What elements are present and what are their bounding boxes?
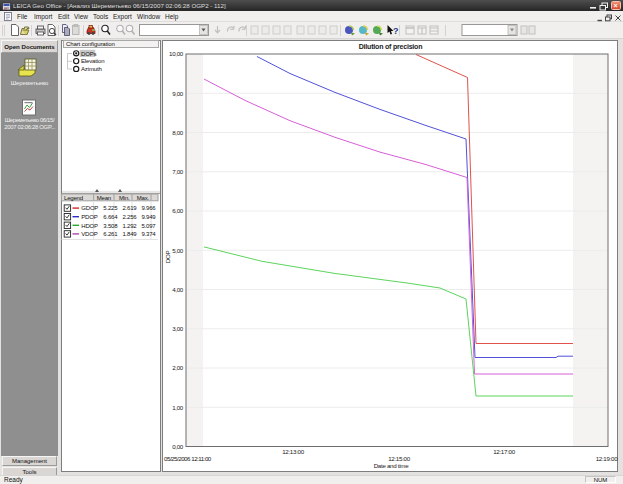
svg-text:5,00: 5,00 [172, 247, 184, 254]
svg-text:8,00: 8,00 [172, 129, 184, 136]
svg-text:HDOP: HDOP [81, 223, 98, 229]
svg-text:6.664: 6.664 [103, 214, 118, 220]
svg-text:9,00: 9,00 [172, 90, 184, 97]
svg-text:PDOP: PDOP [81, 214, 97, 220]
svg-text:?: ? [393, 26, 399, 36]
svg-text:7,00: 7,00 [172, 168, 184, 175]
svg-text:12:19:00: 12:19:00 [596, 455, 619, 462]
svg-text:2.619: 2.619 [122, 205, 137, 211]
svg-text:DOP: DOP [164, 251, 171, 264]
svg-text:Mean: Mean [97, 195, 111, 201]
svg-text:4,00: 4,00 [172, 286, 184, 293]
svg-text:12:13:00: 12:13:00 [282, 448, 305, 455]
svg-text:Azimuth: Azimuth [81, 66, 102, 72]
svg-text:05/25/2006 12:11:00: 05/25/2006 12:11:00 [164, 455, 212, 462]
svg-text:10,00: 10,00 [169, 50, 184, 57]
svg-text:Max.: Max. [137, 195, 150, 201]
svg-text:Min.: Min. [119, 195, 130, 201]
svg-text:3.508: 3.508 [103, 223, 118, 229]
svg-text:VDOP: VDOP [81, 231, 97, 237]
svg-text:5.097: 5.097 [141, 223, 156, 229]
svg-text:2.256: 2.256 [122, 214, 137, 220]
svg-text:2007 02:06:28 OGP...: 2007 02:06:28 OGP... [4, 124, 55, 130]
svg-text:12:17:00: 12:17:00 [493, 448, 516, 455]
svg-text:Elevation: Elevation [81, 58, 104, 64]
svg-text:1.292: 1.292 [122, 223, 137, 229]
svg-text:6,00: 6,00 [172, 207, 184, 214]
svg-text:9.966: 9.966 [141, 205, 156, 211]
svg-text:1,00: 1,00 [172, 404, 184, 411]
svg-text:0,00: 0,00 [172, 443, 184, 450]
svg-text:Dilution of precision: Dilution of precision [359, 43, 422, 51]
svg-text:5.225: 5.225 [103, 205, 118, 211]
svg-text:Шереметьево 06/15/: Шереметьево 06/15/ [5, 117, 55, 123]
svg-text:12:15:00: 12:15:00 [388, 455, 411, 462]
svg-text:6.261: 6.261 [103, 231, 118, 237]
svg-text:2,00: 2,00 [172, 364, 184, 371]
svg-text:9.374: 9.374 [141, 231, 156, 237]
svg-text:1.849: 1.849 [122, 231, 137, 237]
svg-text:Legend: Legend [64, 195, 83, 201]
svg-text:Шереметьево: Шереметьево [11, 80, 49, 86]
svg-text:3,00: 3,00 [172, 325, 184, 332]
svg-text:DOPs: DOPs [81, 51, 97, 57]
svg-text:Date and time: Date and time [374, 462, 409, 469]
svg-text:GDOP: GDOP [81, 205, 98, 211]
svg-text:9.949: 9.949 [141, 214, 156, 220]
